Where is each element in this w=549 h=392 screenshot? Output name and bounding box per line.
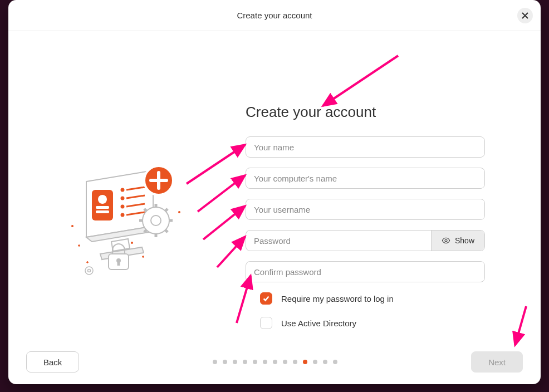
svg-line-15 bbox=[126, 212, 145, 215]
svg-rect-4 bbox=[92, 190, 113, 220]
account-form: Create your account Show bbox=[246, 104, 485, 335]
step-dot bbox=[213, 360, 217, 364]
next-button[interactable]: Next bbox=[471, 351, 523, 373]
step-dot bbox=[273, 360, 277, 364]
svg-point-10 bbox=[121, 197, 124, 199]
svg-point-35 bbox=[445, 239, 447, 242]
svg-line-13 bbox=[126, 204, 145, 207]
active-directory-checkbox[interactable] bbox=[260, 317, 272, 329]
svg-line-9 bbox=[126, 187, 145, 190]
step-dot bbox=[253, 360, 257, 364]
close-button[interactable] bbox=[517, 8, 533, 23]
confirm-password-field[interactable] bbox=[246, 261, 485, 282]
step-dot bbox=[243, 360, 247, 364]
page-heading: Create your account bbox=[246, 104, 485, 121]
password-input[interactable] bbox=[246, 236, 431, 246]
installer-window: Create your account bbox=[8, 0, 541, 384]
svg-point-17 bbox=[143, 207, 169, 234]
window-title: Create your account bbox=[237, 11, 312, 20]
computer-name-input[interactable] bbox=[246, 174, 484, 183]
password-field[interactable]: Show bbox=[246, 230, 485, 251]
svg-rect-7 bbox=[96, 210, 109, 213]
eye-icon bbox=[442, 236, 450, 245]
svg-rect-27 bbox=[109, 254, 129, 270]
step-dot bbox=[283, 360, 287, 364]
svg-point-32 bbox=[178, 211, 180, 213]
svg-point-12 bbox=[121, 205, 124, 208]
svg-rect-6 bbox=[96, 206, 109, 209]
svg-point-5 bbox=[98, 195, 107, 204]
username-input[interactable] bbox=[246, 205, 484, 214]
svg-line-11 bbox=[126, 195, 145, 198]
svg-point-8 bbox=[121, 189, 124, 191]
svg-marker-2 bbox=[111, 239, 130, 251]
step-dot bbox=[293, 360, 297, 364]
svg-line-26 bbox=[165, 209, 168, 211]
svg-marker-1 bbox=[86, 226, 159, 242]
active-directory-label: Use Active Directory bbox=[281, 318, 356, 328]
svg-point-33 bbox=[85, 267, 93, 275]
account-illustration bbox=[70, 159, 192, 282]
name-field[interactable] bbox=[246, 136, 485, 158]
computer-name-field[interactable] bbox=[246, 168, 485, 189]
active-directory-option: Use Active Directory bbox=[260, 317, 485, 329]
check-icon bbox=[262, 295, 270, 302]
svg-point-31 bbox=[131, 242, 133, 244]
step-dot bbox=[333, 360, 337, 364]
close-icon bbox=[522, 12, 528, 19]
username-field[interactable] bbox=[246, 199, 485, 220]
back-button[interactable]: Back bbox=[26, 351, 79, 373]
svg-line-23 bbox=[144, 209, 146, 211]
require-password-checkbox[interactable] bbox=[260, 292, 272, 305]
require-password-option: Require my password to log in bbox=[260, 292, 485, 305]
step-indicator bbox=[213, 360, 337, 364]
step-dot bbox=[313, 360, 317, 364]
content-area: Create your account Show bbox=[8, 31, 541, 340]
step-dot bbox=[323, 360, 327, 364]
svg-point-14 bbox=[121, 214, 124, 216]
title-bar: Create your account bbox=[8, 0, 541, 31]
require-password-label: Require my password to log in bbox=[281, 294, 394, 303]
name-input[interactable] bbox=[246, 143, 484, 152]
svg-marker-0 bbox=[86, 170, 153, 237]
step-dot bbox=[303, 360, 307, 364]
step-dot bbox=[263, 360, 267, 364]
svg-rect-29 bbox=[118, 261, 120, 265]
svg-point-30 bbox=[71, 225, 73, 227]
footer: Back Next bbox=[8, 340, 541, 384]
step-dot bbox=[223, 360, 227, 364]
svg-line-24 bbox=[165, 230, 168, 232]
show-password-label: Show bbox=[455, 236, 474, 245]
svg-point-16 bbox=[144, 166, 173, 195]
step-dot bbox=[233, 360, 237, 364]
svg-point-34 bbox=[88, 270, 91, 272]
show-password-button[interactable]: Show bbox=[431, 231, 484, 251]
confirm-password-input[interactable] bbox=[246, 267, 484, 277]
svg-line-25 bbox=[144, 230, 146, 232]
svg-point-28 bbox=[117, 259, 120, 262]
svg-marker-3 bbox=[100, 247, 144, 259]
svg-point-18 bbox=[151, 215, 161, 226]
